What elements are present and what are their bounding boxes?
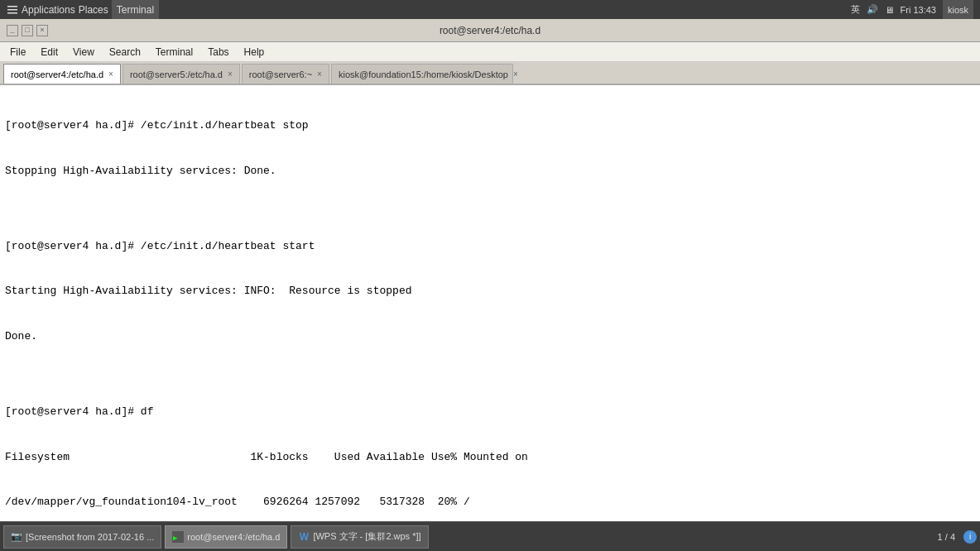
applications-label[interactable]: Applications — [22, 4, 75, 16]
taskbar-right: 1 / 4 i — [938, 530, 977, 544]
tab-2[interactable]: root@server6:~ × — [242, 64, 329, 84]
minimize-button[interactable]: _ — [7, 25, 18, 36]
taskbar-screenshot[interactable]: 📷 [Screenshot from 2017-02-16 ... — [3, 525, 161, 549]
menu-tabs[interactable]: Tabs — [201, 45, 235, 60]
menu-search[interactable]: Search — [103, 45, 147, 60]
tab-3-label: kiosk@foundation15:/home/kiosk/Desktop — [339, 69, 508, 79]
svg-text:▶: ▶ — [173, 534, 178, 542]
svg-rect-1 — [7, 9, 17, 11]
terminal-window: _ □ × root@server4:/etc/ha.d File Edit V… — [0, 19, 980, 521]
window-title: root@server4:/etc/ha.d — [48, 25, 932, 36]
taskbar-wps-label: [WPS 文字 - [集群2.wps *]] — [313, 530, 420, 543]
line-8: Filesystem 1K-blocks Used Available Use%… — [5, 450, 975, 465]
taskbar-screenshot-label: [Screenshot from 2017-02-16 ... — [26, 532, 154, 542]
title-bar-controls: _ □ × — [7, 25, 48, 36]
maximize-button[interactable]: □ — [22, 25, 33, 36]
terminal-icon: ▶ — [172, 531, 184, 543]
line-5: Done. — [5, 329, 975, 344]
menu-file[interactable]: File — [3, 45, 32, 60]
tab-1[interactable]: root@server5:/etc/ha.d × — [122, 64, 240, 84]
svg-rect-2 — [7, 12, 17, 14]
taskbar: 📷 [Screenshot from 2017-02-16 ... ▶ root… — [0, 521, 980, 551]
menu-help[interactable]: Help — [238, 45, 271, 60]
info-icon: i — [963, 530, 977, 544]
line-9: /dev/mapper/vg_foundation104-lv_root 692… — [5, 495, 975, 510]
terminal-content[interactable]: [root@server4 ha.d]# /etc/init.d/heartbe… — [0, 85, 980, 521]
tab-0-label: root@server4:/etc/ha.d — [11, 69, 103, 79]
title-bar: _ □ × root@server4:/etc/ha.d — [0, 19, 980, 42]
kiosk-label: kiosk — [943, 0, 973, 19]
tab-0-close[interactable]: × — [108, 69, 113, 79]
tab-1-label: root@server5:/etc/ha.d — [130, 69, 223, 79]
page-indicator: 1 / 4 — [938, 532, 955, 542]
top-bar-left: Applications Places Terminal — [7, 0, 159, 19]
menu-bar: File Edit View Search Terminal Tabs Help — [0, 42, 980, 62]
screenshot-icon: 📷 — [11, 531, 22, 543]
menu-view[interactable]: View — [66, 45, 101, 60]
wps-icon: W — [298, 531, 310, 543]
menu-terminal[interactable]: Terminal — [149, 45, 199, 60]
tab-3[interactable]: kiosk@foundation15:/home/kiosk/Desktop × — [331, 64, 513, 84]
places-label[interactable]: Places — [79, 4, 108, 16]
taskbar-wps[interactable]: W [WPS 文字 - [集群2.wps *]] — [291, 525, 428, 549]
top-bar-right: 英 🔊 🖥 Fri 13:43 kiosk — [851, 0, 973, 19]
line-1: Stopping High-Availability services: Don… — [5, 164, 975, 179]
clock: Fri 13:43 — [901, 5, 936, 15]
taskbar-terminal-label: root@server4:/etc/ha.d — [187, 532, 280, 542]
battery-icon: 🖥 — [885, 5, 894, 15]
taskbar-terminal[interactable]: ▶ root@server4:/etc/ha.d — [165, 525, 287, 549]
tab-2-close[interactable]: × — [317, 69, 322, 79]
tab-2-label: root@server6:~ — [249, 69, 312, 79]
tab-1-close[interactable]: × — [228, 69, 233, 79]
svg-rect-0 — [7, 6, 17, 7]
top-system-bar: Applications Places Terminal 英 🔊 🖥 Fri 1… — [0, 0, 980, 19]
volume-icon: 🔊 — [867, 4, 878, 15]
line-4: Starting High-Availability services: INF… — [5, 284, 975, 299]
line-7: [root@server4 ha.d]# df — [5, 405, 975, 419]
tab-0[interactable]: root@server4:/etc/ha.d × — [3, 64, 121, 84]
line-3: [root@server4 ha.d]# /etc/init.d/heartbe… — [5, 239, 975, 254]
tabs-bar: root@server4:/etc/ha.d × root@server5:/e… — [0, 62, 980, 85]
language-indicator: 英 — [851, 3, 860, 16]
app-menu-icon — [7, 4, 18, 16]
line-0: [root@server4 ha.d]# /etc/init.d/heartbe… — [5, 118, 975, 133]
menu-edit[interactable]: Edit — [34, 45, 65, 60]
close-button[interactable]: × — [36, 25, 48, 36]
terminal-topbar-label[interactable]: Terminal — [112, 0, 159, 19]
tab-3-close[interactable]: × — [513, 69, 518, 79]
